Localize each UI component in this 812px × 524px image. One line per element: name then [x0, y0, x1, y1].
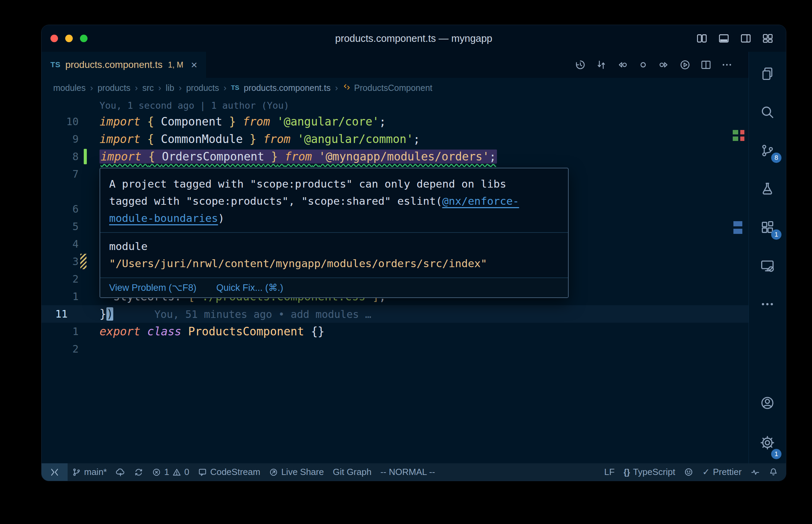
vim-mode-status[interactable]: -- NORMAL -- — [376, 463, 439, 481]
split-editor-icon[interactable] — [700, 59, 712, 71]
blame-annotation-row[interactable]: You, 1 second ago | 1 author (You) — [42, 98, 749, 113]
code-line[interactable]: 1export class ProductsComponent {} — [42, 323, 749, 340]
line-number-gutter[interactable]: 1 — [42, 288, 100, 305]
code-token: OrdersComponent — [162, 150, 264, 163]
minimap-info-mark — [733, 221, 742, 226]
code-token: { — [148, 150, 162, 163]
codestream-status[interactable]: CodeStream — [194, 463, 265, 481]
eol-status[interactable]: LF — [600, 463, 619, 481]
toggle-sidebar-icon[interactable] — [696, 33, 708, 44]
eol-label: LF — [604, 467, 615, 477]
code-token: import — [100, 132, 140, 146]
explorer-icon[interactable] — [749, 55, 786, 93]
line-number-gutter[interactable]: 6 — [42, 200, 100, 218]
language-mode-status[interactable]: {} TypeScript — [619, 463, 680, 481]
source-control-icon[interactable]: 8 — [749, 131, 786, 170]
line-number-gutter[interactable] — [42, 98, 100, 113]
breadcrumb-item[interactable]: products — [186, 83, 219, 93]
toggle-secondary-sidebar-icon[interactable] — [740, 33, 752, 44]
editor[interactable]: You, 1 second ago | 1 author (You)10impo… — [42, 98, 749, 463]
code-token — [278, 150, 285, 163]
line-number-gutter[interactable]: 10 — [42, 113, 100, 130]
breadcrumb-item[interactable]: lib — [166, 83, 174, 93]
minimap-added-mark — [733, 130, 738, 134]
line-number-gutter[interactable]: 5 — [42, 218, 100, 235]
run-file-icon[interactable] — [679, 59, 691, 71]
tab-products-component[interactable]: TS products.component.ts 1, M × — [42, 52, 207, 78]
remote-explorer-icon[interactable] — [749, 247, 786, 285]
toggle-panel-icon[interactable] — [718, 33, 730, 44]
problem-message-line: ) — [218, 212, 224, 224]
eslint-rule-link[interactable]: module-boundaries — [109, 212, 218, 224]
breadcrumb-symbol[interactable]: ProductsComponent — [343, 83, 432, 93]
previous-change-icon[interactable] — [616, 59, 628, 71]
search-icon[interactable] — [749, 93, 786, 131]
breadcrumb-item[interactable]: modules — [53, 83, 86, 93]
minimize-window-button[interactable] — [65, 35, 73, 42]
line-number: 9 — [72, 133, 79, 145]
problems-status[interactable]: 1 0 — [148, 463, 194, 481]
breadcrumb-item[interactable]: src — [142, 83, 154, 93]
feedback-smiley-icon[interactable] — [680, 463, 698, 481]
prettier-status[interactable]: ✓ Prettier — [698, 463, 746, 481]
git-graph-status[interactable]: Git Graph — [328, 463, 376, 481]
extensions-icon[interactable]: 1 — [749, 208, 786, 247]
remote-indicator[interactable] — [42, 463, 68, 481]
inline-blame: You, 51 minutes ago • add modules … — [154, 308, 371, 320]
account-icon[interactable] — [749, 384, 786, 422]
code-line[interactable]: 8import { OrdersComponent } from '@mynga… — [42, 148, 749, 165]
line-number-gutter[interactable]: 1 — [42, 323, 100, 340]
zoom-window-button[interactable] — [80, 35, 88, 42]
line-number-gutter[interactable]: 2 — [42, 340, 100, 358]
timeline-history-icon[interactable] — [575, 59, 586, 71]
test-beaker-icon[interactable] — [749, 170, 786, 208]
git-compare-icon[interactable] — [595, 59, 607, 71]
close-tab-icon[interactable]: × — [191, 59, 197, 70]
close-window-button[interactable] — [50, 35, 58, 42]
line-number-gutter[interactable]: 4 — [42, 235, 100, 253]
eslint-rule-link[interactable]: @nx/enforce- — [442, 195, 519, 207]
code-line[interactable]: 11})You, 51 minutes ago • add modules … — [42, 305, 749, 323]
code-line[interactable]: 2 — [42, 340, 749, 358]
settings-gear-icon[interactable]: 1 — [749, 422, 786, 463]
line-number-gutter[interactable]: 3 — [42, 253, 100, 270]
branch-status[interactable]: main* — [68, 463, 111, 481]
code-token — [304, 325, 311, 338]
line-number-gutter[interactable]: 11 — [42, 305, 100, 323]
customize-layout-icon[interactable] — [762, 33, 774, 44]
text-cursor: ) — [106, 307, 113, 321]
prettier-label: Prettier — [713, 467, 742, 477]
breadcrumb-file[interactable]: products.component.ts — [244, 83, 330, 93]
view-problem-action[interactable]: View Problem (⌥F8) — [109, 282, 196, 293]
circle-icon[interactable] — [637, 59, 649, 71]
language-label: TypeScript — [633, 467, 675, 477]
live-share-status[interactable]: Live Share — [265, 463, 328, 481]
line-number-gutter[interactable] — [42, 183, 100, 200]
breadcrumb-item[interactable]: products — [97, 83, 130, 93]
line-number-gutter[interactable]: 2 — [42, 270, 100, 288]
line-number-gutter[interactable]: 8 — [42, 148, 100, 165]
window-title: products.component.ts — myngapp — [42, 33, 786, 44]
more-actions-icon[interactable] — [721, 59, 733, 71]
code-token: Component — [161, 115, 222, 128]
line-number: 11 — [55, 308, 68, 320]
tab-label: products.component.ts — [65, 59, 162, 70]
code-line[interactable]: 9import { CommonModule } from '@angular/… — [42, 130, 749, 148]
quick-fix-action[interactable]: Quick Fix... (⌘.) — [216, 282, 283, 293]
line-number-gutter[interactable]: 7 — [42, 165, 100, 183]
line-number-gutter[interactable]: 9 — [42, 130, 100, 148]
publish-button[interactable] — [111, 463, 130, 481]
class-symbol-icon — [343, 83, 351, 93]
braces-icon: {} — [624, 467, 630, 477]
notifications-bell-icon[interactable] — [764, 463, 782, 481]
additional-views-icon[interactable] — [749, 285, 786, 323]
pulse-icon[interactable] — [746, 463, 764, 481]
code-line-content: import { CommonModule } from '@angular/c… — [100, 132, 749, 146]
sync-button[interactable] — [130, 463, 148, 481]
code-line[interactable]: 10import { Component } from '@angular/co… — [42, 113, 749, 130]
editor-actions — [575, 52, 749, 78]
next-change-icon[interactable] — [658, 59, 670, 71]
code-token: } — [243, 132, 256, 146]
code-token — [236, 115, 243, 128]
check-icon: ✓ — [702, 467, 710, 477]
